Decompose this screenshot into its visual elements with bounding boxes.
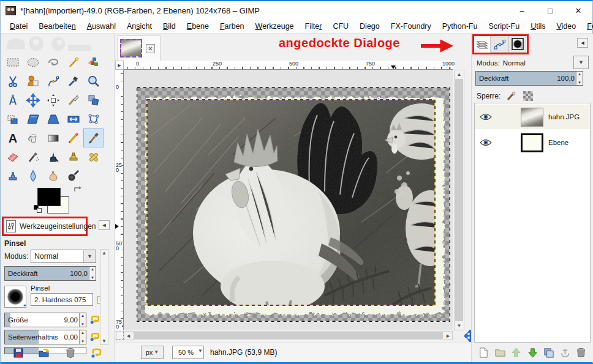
tool-select-by-color-icon[interactable]: [83, 53, 104, 72]
visibility-eye-icon[interactable]: [480, 113, 492, 121]
default-colors-icon[interactable]: [34, 205, 42, 214]
foreground-color-swatch[interactable]: [37, 188, 61, 206]
menu-auswahl[interactable]: Auswahl: [81, 20, 121, 32]
maximize-button[interactable]: □: [536, 1, 564, 20]
save-preset-button[interactable]: [12, 347, 25, 359]
tool-smudge-icon[interactable]: [43, 166, 63, 185]
raise-layer-button[interactable]: [510, 347, 522, 358]
tool-dodge-burn-icon[interactable]: [63, 166, 83, 185]
canvas-image[interactable]: [137, 87, 450, 322]
tool-bucket-fill-icon[interactable]: [23, 128, 43, 147]
tool-free-select-icon[interactable]: [43, 53, 63, 72]
tool-rotate-icon[interactable]: [83, 91, 104, 110]
tool-airbrush-icon[interactable]: [23, 147, 43, 166]
tool-ink-icon[interactable]: [43, 147, 63, 166]
delete-layer-button[interactable]: [575, 347, 587, 358]
lower-layer-button[interactable]: [527, 347, 538, 358]
canvas-viewport[interactable]: [124, 70, 453, 330]
anchor-layer-button[interactable]: [559, 347, 571, 358]
tool-eraser-icon[interactable]: [2, 147, 23, 166]
tool-shear-icon[interactable]: [23, 110, 43, 128]
tool-scale-icon[interactable]: [2, 110, 23, 128]
tool-options-collapse-button[interactable]: ◄: [99, 220, 110, 230]
spinner-arrows[interactable]: ▲▼: [576, 72, 583, 85]
tool-rect-select-icon[interactable]: [2, 53, 23, 72]
swap-colors-icon[interactable]: [73, 185, 83, 195]
ruler-origin-button[interactable]: ▶: [115, 61, 124, 70]
tool-paintbrush-icon[interactable]: [83, 128, 104, 147]
tool-perspective-clone-icon[interactable]: [2, 166, 23, 185]
delete-preset-button[interactable]: [64, 347, 77, 359]
menu-cfu[interactable]: CFU: [327, 20, 354, 32]
tool-flip-icon[interactable]: [63, 110, 83, 128]
menu-datei[interactable]: Datei: [4, 20, 33, 32]
horizontal-ruler[interactable]: 02505007501000: [124, 61, 453, 70]
menu-utils[interactable]: Utils: [525, 20, 551, 32]
menu-fx-foundry[interactable]: FX-Foundry: [385, 20, 437, 32]
menu-farben[interactable]: Farben: [214, 20, 250, 32]
tool-measure-icon[interactable]: [2, 91, 23, 110]
menu-video[interactable]: Video: [551, 20, 581, 32]
spinner-arrows[interactable]: ▲▼: [79, 313, 86, 327]
lock-pixels-icon[interactable]: [506, 91, 517, 102]
opacity-slider[interactable]: Deckkraft 100,0 ▲▼: [4, 266, 96, 281]
tool-foreground-select-icon[interactable]: [23, 72, 43, 91]
menu-fenster[interactable]: Fenster: [581, 20, 593, 32]
spinner-arrows[interactable]: ▲▼: [79, 330, 86, 344]
reset-aspect-icon[interactable]: [89, 332, 100, 342]
tool-cage-icon[interactable]: [83, 110, 104, 128]
layer-mode-dropdown[interactable]: ▼: [573, 56, 589, 69]
tool-clone-icon[interactable]: [63, 147, 83, 166]
menu-bearbeiten[interactable]: Bearbeiten: [33, 20, 81, 32]
image-tab[interactable]: ✕: [118, 35, 161, 61]
horizontal-scrollbar[interactable]: ◄►: [124, 331, 453, 340]
tool-gradient-icon[interactable]: [43, 128, 63, 147]
reset-tool-button[interactable]: [90, 347, 102, 359]
zoom-dropdown[interactable]: 50 % ▼: [172, 346, 204, 359]
mode-dropdown[interactable]: Normal ▼: [31, 250, 96, 263]
aspect-ratio-slider[interactable]: Seitenverhältnis 0,00 ▲▼: [4, 330, 86, 344]
layer-opacity-slider[interactable]: Deckkraft 100,0 ▲▼: [475, 71, 583, 86]
layer-row[interactable]: Ebene: [475, 130, 590, 155]
reset-size-icon[interactable]: [89, 314, 100, 325]
new-layer-button[interactable]: [478, 347, 489, 358]
tool-align-icon[interactable]: [43, 91, 63, 110]
quick-mask-toggle[interactable]: [116, 332, 124, 340]
lock-alpha-icon[interactable]: [523, 91, 534, 102]
tool-scalpel-icon[interactable]: [63, 91, 83, 110]
brush-name-field[interactable]: 2. Hardness 075: [31, 293, 93, 306]
tool-heal-icon[interactable]: [83, 147, 104, 166]
unit-dropdown[interactable]: px ▼: [141, 346, 164, 359]
restore-preset-button[interactable]: [38, 347, 50, 359]
tool-pencil-icon[interactable]: [63, 128, 83, 147]
tool-ellipse-select-icon[interactable]: [23, 53, 43, 72]
layer-row[interactable]: hahn.JPG: [475, 105, 590, 129]
new-layer-group-button[interactable]: [494, 347, 506, 358]
menu-python-fu[interactable]: Python-Fu: [437, 20, 483, 32]
close-button[interactable]: ✕: [564, 1, 592, 20]
tool-color-picker-icon[interactable]: [63, 72, 83, 91]
menu-diego[interactable]: Diego: [354, 20, 385, 32]
tool-move-icon[interactable]: [23, 91, 43, 110]
tool-perspective-icon[interactable]: [43, 110, 63, 128]
tab-layers[interactable]: [473, 35, 491, 53]
tool-options-header[interactable]: Werkzeugeinstellungen: [2, 217, 88, 236]
menu-ansicht[interactable]: Ansicht: [121, 20, 157, 32]
menu-werkzeuge[interactable]: Werkzeuge: [250, 20, 300, 32]
menu-filter[interactable]: Filter: [300, 20, 328, 32]
menu-script-fu[interactable]: Script-Fu: [483, 20, 525, 32]
tool-text-icon[interactable]: A: [2, 128, 23, 147]
tool-scissors-select-icon[interactable]: [2, 72, 23, 91]
tool-zoom-icon[interactable]: [83, 72, 104, 91]
vertical-ruler[interactable]: 0250500750: [115, 70, 124, 330]
dock-collapse-button[interactable]: ◄: [577, 38, 588, 48]
brush-preview[interactable]: +: [4, 286, 26, 308]
size-slider[interactable]: Größe 9,00 ▲▼: [4, 313, 86, 327]
spinner-arrows[interactable]: ▲▼: [89, 267, 96, 280]
vertical-scrollbar[interactable]: ▲▼: [454, 70, 464, 330]
tool-fuzzy-select-icon[interactable]: [63, 53, 83, 72]
tool-paths-icon[interactable]: [43, 72, 63, 91]
visibility-eye-icon[interactable]: [480, 138, 492, 147]
minimize-button[interactable]: –: [508, 1, 536, 20]
tab-brushes[interactable]: +: [508, 35, 526, 53]
